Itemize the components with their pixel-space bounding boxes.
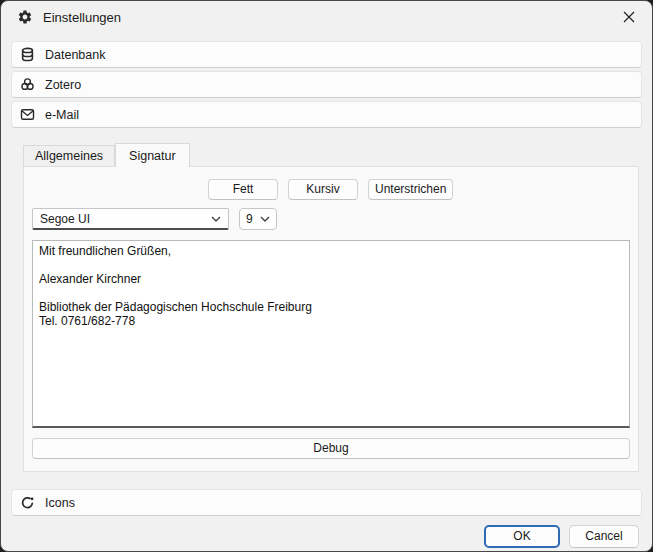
section-zotero[interactable]: Zotero	[11, 71, 642, 98]
settings-window: Einstellungen Datenbank	[0, 0, 653, 552]
section-datenbank[interactable]: Datenbank	[11, 41, 642, 68]
close-icon	[623, 11, 635, 23]
window-title: Einstellungen	[43, 10, 121, 25]
close-button[interactable]	[606, 1, 652, 33]
dialog-body: Datenbank Zotero e-Mail	[1, 33, 652, 551]
mail-icon	[20, 107, 35, 122]
debug-button[interactable]: Debug	[32, 438, 630, 459]
bold-button[interactable]: Fett	[208, 179, 278, 200]
tab-label: Allgemeines	[35, 149, 103, 163]
signature-textarea[interactable]: Mit freundlichen Grüßen, Alexander Kirch…	[32, 240, 630, 428]
database-icon	[20, 47, 35, 62]
font-size-select[interactable]: 9	[239, 208, 277, 230]
signature-panel: Fett Kursiv Unterstrichen Segoe UI 9	[23, 166, 639, 472]
section-label: e-Mail	[45, 108, 79, 122]
section-email[interactable]: e-Mail	[11, 101, 642, 128]
chevron-down-icon	[260, 216, 270, 222]
tab-allgemeines[interactable]: Allgemeines	[23, 145, 115, 166]
font-row: Segoe UI 9	[32, 208, 630, 230]
ok-button[interactable]: OK	[484, 525, 560, 548]
footer: OK Cancel	[11, 525, 642, 548]
font-family-value: Segoe UI	[40, 212, 90, 226]
tabstrip: Allgemeines Signatur	[23, 143, 642, 166]
section-label: Datenbank	[45, 48, 105, 62]
font-size-value: 9	[246, 212, 253, 226]
section-label: Zotero	[45, 78, 81, 92]
font-family-select[interactable]: Segoe UI	[32, 208, 229, 230]
cancel-button[interactable]: Cancel	[569, 525, 639, 548]
zotero-icon	[20, 77, 35, 92]
underline-button[interactable]: Unterstrichen	[368, 179, 453, 200]
titlebar[interactable]: Einstellungen	[1, 1, 652, 33]
tab-signatur[interactable]: Signatur	[115, 143, 190, 167]
chevron-down-icon	[211, 216, 221, 222]
section-icons[interactable]: Icons	[11, 489, 642, 516]
gear-icon	[17, 9, 33, 25]
section-label: Icons	[45, 496, 75, 510]
refresh-icon	[20, 495, 35, 510]
format-button-row: Fett Kursiv Unterstrichen	[208, 179, 630, 200]
tab-label: Signatur	[129, 149, 176, 163]
italic-button[interactable]: Kursiv	[288, 179, 358, 200]
